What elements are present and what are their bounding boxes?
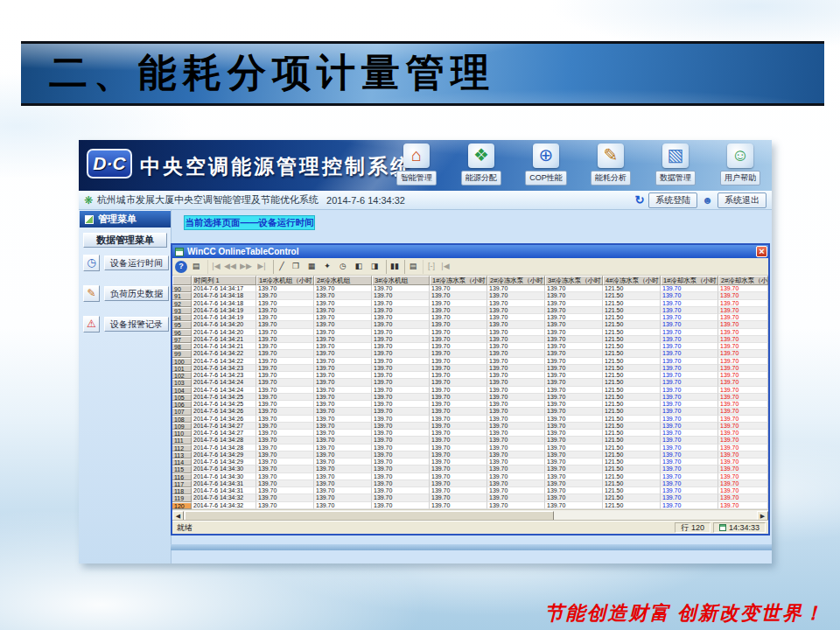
nav-item-能耗分析[interactable]: ✎能耗分析 [584,144,637,186]
table-row[interactable]: 1202014-7-6 14:34:32139.70139.70139.7013… [172,502,768,509]
row-number[interactable]: 100 [172,358,192,365]
table-row[interactable]: 902014-7-6 14:34:17139.70139.70139.70139… [172,285,768,292]
table-row[interactable]: 962014-7-6 14:34:20139.70139.70139.70139… [172,329,768,336]
time-range-icon[interactable]: ◷ [336,260,350,274]
row-number[interactable]: 119 [172,494,192,501]
column-header[interactable]: 1#冷冻水泵（小时） [430,276,487,285]
sidebar-submenu-button[interactable]: 数据管理菜单 [83,233,167,248]
archive-icon[interactable]: ✦ [320,260,334,274]
sidebar-item-device-alarm[interactable]: ⚠设备报警记录 [83,315,169,332]
row-number[interactable]: 117 [172,480,192,487]
row-number[interactable]: 108 [172,416,192,423]
sidebar-item-device-runtime[interactable]: ◷设备运行时间 [83,254,169,271]
row-number[interactable]: 112 [172,444,192,452]
table-row[interactable]: 1132014-7-6 14:34:29139.70139.70139.7013… [172,452,768,458]
table-row[interactable]: 1112014-7-6 14:34:28139.70139.70139.7013… [172,437,768,444]
nav-item-用户帮助[interactable]: ☺用户帮助 [714,144,766,186]
scroll-right-icon[interactable]: ▶ [757,511,768,521]
table-row[interactable]: 1102014-7-6 14:34:27139.70139.70139.7013… [172,430,768,437]
column-header[interactable]: 1#冷水机组（小时） [256,276,314,285]
table-row[interactable]: 1172014-7-6 14:34:31139.70139.70139.7013… [172,480,768,487]
table-row[interactable]: 1052014-7-6 14:34:25139.70139.70139.7013… [172,394,768,401]
table-row[interactable]: 1062014-7-6 14:34:25139.70139.70139.7013… [172,401,768,408]
nav-item-数据管理[interactable]: ▧数据管理 [649,144,702,186]
nav-item-能源分配[interactable]: ❖能源分配 [455,144,508,186]
column-header[interactable]: 3#冷冻水泵（小时） [545,276,603,285]
table-row[interactable]: 1122014-7-6 14:34:28139.70139.70139.7013… [172,444,768,452]
column-header[interactable]: 时间列 1 [192,276,256,285]
row-number[interactable]: 106 [172,401,192,408]
table-row[interactable]: 992014-7-6 14:34:22139.70139.70139.70139… [172,350,768,357]
table-row[interactable]: 1042014-7-6 14:34:24139.70139.70139.7013… [172,387,768,394]
column-header[interactable]: 3#冷水机组 [372,276,430,285]
table-row[interactable]: 1012014-7-6 14:34:23139.70139.70139.7013… [172,365,768,372]
row-number[interactable]: 90 [172,285,192,292]
column-select-icon[interactable]: ▦ [304,260,318,274]
help-icon[interactable]: ? [175,261,187,273]
column-header[interactable]: 2#冷却水泵（小时） [718,276,768,285]
row-number[interactable]: 98 [172,343,192,350]
scroll-left-icon[interactable]: ◀ [172,511,184,521]
row-number[interactable]: 96 [172,329,192,336]
logout-button[interactable]: 系统退出 [718,192,766,208]
row-number[interactable]: 105 [172,394,192,401]
table-row[interactable]: 952014-7-6 14:34:20139.70139.70139.70139… [172,321,768,328]
row-number[interactable]: 99 [172,350,192,357]
row-number[interactable]: 97 [172,336,192,343]
table-row[interactable]: 1142014-7-6 14:34:29139.70139.70139.7013… [172,458,768,466]
row-number[interactable]: 115 [172,466,192,472]
row-number[interactable]: 104 [172,387,192,394]
scrollbar-thumb[interactable] [185,511,554,521]
pause-icon[interactable]: ▮▮ [386,260,400,274]
row-number[interactable]: 116 [172,473,192,480]
table-row[interactable]: 1072014-7-6 14:34:26139.70139.70139.7013… [172,408,768,415]
table-row[interactable]: 1082014-7-6 14:34:26139.70139.70139.7013… [172,416,768,423]
print-icon[interactable]: ▤ [404,260,418,274]
table-row[interactable]: 972014-7-6 14:34:21139.70139.70139.70139… [172,336,768,343]
nav-item-COP性能[interactable]: ⊕COP性能 [520,144,572,186]
column-header[interactable]: 4#冷冻水泵（小时） [603,276,661,285]
edit-icon[interactable]: ╱ [273,260,287,274]
column-header[interactable]: 2#冷冻水泵（小时） [487,276,545,285]
export-data-icon[interactable]: ◧ [352,260,366,274]
table-row[interactable]: 922014-7-6 14:34:18139.70139.70139.70139… [172,300,768,307]
import-data-icon[interactable]: ◨ [368,260,382,274]
table-row[interactable]: 1022014-7-6 14:34:23139.70139.70139.7013… [172,372,768,379]
table-row[interactable]: 1152014-7-6 14:34:30139.70139.70139.7013… [172,466,768,472]
row-number[interactable]: 95 [172,321,192,328]
column-header[interactable]: 2#冷水机组 [314,276,372,285]
table-row[interactable]: 1182014-7-6 14:34:31139.70139.70139.7013… [172,487,768,494]
row-number[interactable]: 93 [172,307,192,314]
row-number[interactable]: 120 [172,502,192,509]
table-row[interactable]: 1032014-7-6 14:34:24139.70139.70139.7013… [172,379,768,386]
table-row[interactable]: 932014-7-6 14:34:19139.70139.70139.70139… [172,307,768,314]
row-number[interactable]: 92 [172,300,192,307]
table-row[interactable]: 982014-7-6 14:34:21139.70139.70139.70139… [172,343,768,350]
table-row[interactable]: 1002014-7-6 14:34:22139.70139.70139.7013… [172,358,768,365]
copy-icon[interactable]: ❐ [289,260,303,274]
row-number[interactable]: 91 [172,292,192,299]
row-number[interactable]: 109 [172,423,192,430]
table-row[interactable]: 1192014-7-6 14:34:32139.70139.70139.7013… [172,494,768,501]
table-row[interactable]: 942014-7-6 14:34:19139.70139.70139.70139… [172,314,768,321]
row-number[interactable]: 111 [172,437,192,444]
window-titlebar[interactable]: WinCC OnlineTableControl × [172,245,768,258]
row-number[interactable]: 118 [172,487,192,494]
login-button[interactable]: 系统登陆 [648,192,697,208]
row-number[interactable]: 114 [172,458,192,466]
nav-item-智能管理[interactable]: ⌂智能管理 [390,144,443,186]
row-number[interactable]: 94 [172,314,192,321]
export-table-icon[interactable]: ▤ [189,260,203,274]
close-icon[interactable]: × [756,246,767,257]
row-number[interactable]: 103 [172,379,192,386]
row-number[interactable]: 102 [172,372,192,379]
column-header[interactable]: 1#冷却水泵（小时） [661,276,718,285]
table-row[interactable]: 912014-7-6 14:34:18139.70139.70139.70139… [172,292,768,299]
row-number[interactable]: 113 [172,452,192,458]
table-row[interactable]: 1092014-7-6 14:34:27139.70139.70139.7013… [172,423,768,430]
row-number[interactable]: 101 [172,365,192,372]
sidebar-item-load-history[interactable]: ✎负荷历史数据 [83,284,169,302]
row-number[interactable]: 110 [172,430,192,437]
table-row[interactable]: 1162014-7-6 14:34:30139.70139.70139.7013… [172,473,768,480]
row-number[interactable]: 107 [172,408,192,415]
